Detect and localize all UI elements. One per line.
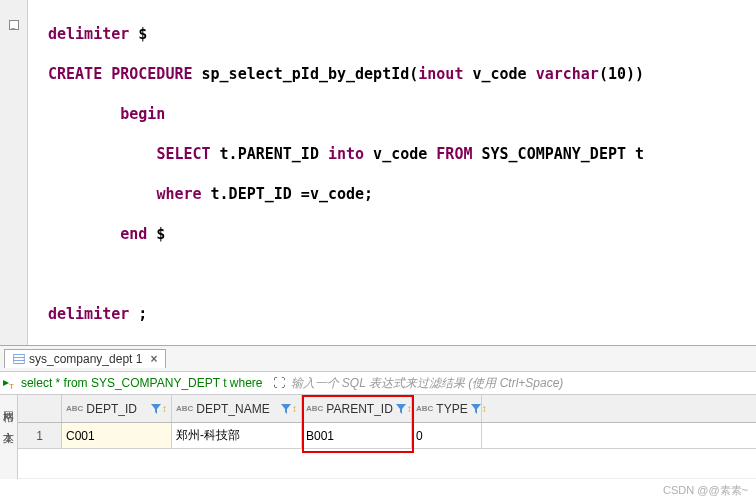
grid-header-row: ABCDEPT_ID ↕ ABCDEPT_NAME ↕ ABCPARENT_ID…: [18, 395, 756, 423]
cell-deptname[interactable]: 郑州-科技部: [172, 423, 302, 448]
expand-icon[interactable]: ⛶: [267, 376, 291, 390]
sort-icon[interactable]: ↕: [162, 403, 167, 414]
keyword: delimiter: [48, 25, 129, 43]
result-tab[interactable]: sys_company_dept 1 ×: [4, 349, 166, 368]
results-tab-bar: sys_company_dept 1 ×: [0, 345, 756, 371]
col-header-deptname[interactable]: ABCDEPT_NAME ↕: [172, 395, 302, 422]
results-grid: ABCDEPT_ID ↕ ABCDEPT_NAME ↕ ABCPARENT_ID…: [18, 395, 756, 479]
sql-indicator-icon: ▸T: [0, 375, 17, 391]
code-content[interactable]: delimiter $ CREATE PROCEDURE sp_select_p…: [28, 0, 756, 345]
filter-bar: ▸T select * from SYS_COMPANY_DEPT t wher…: [0, 371, 756, 395]
filter-icon[interactable]: [281, 404, 291, 414]
row-number[interactable]: 1: [18, 423, 62, 448]
sort-icon[interactable]: ↕: [482, 403, 487, 414]
col-header-type[interactable]: ABCTYPE ↕: [412, 395, 482, 422]
cell-type[interactable]: 0: [412, 423, 482, 448]
filter-icon[interactable]: [396, 404, 406, 414]
code-editor[interactable]: − delimiter $ CREATE PROCEDURE sp_select…: [0, 0, 756, 345]
table-row[interactable]: 1 C001 郑州-科技部 B001 0: [18, 423, 756, 449]
cell-parentid[interactable]: B001: [302, 423, 412, 448]
filter-query-text: select * from SYS_COMPANY_DEPT t where: [17, 376, 267, 390]
filter-icon[interactable]: [151, 404, 161, 414]
keyword: CREATE PROCEDURE: [48, 65, 193, 83]
close-icon[interactable]: ×: [150, 352, 157, 366]
filter-input[interactable]: 输入一个 SQL 表达式来过滤结果 (使用 Ctrl+Space): [291, 375, 756, 392]
fold-marker-icon[interactable]: −: [9, 20, 19, 30]
filter-icon[interactable]: [471, 404, 481, 414]
col-header-parentid[interactable]: ABCPARENT_ID ↕: [302, 395, 412, 422]
cell-deptid[interactable]: C001: [62, 423, 172, 448]
type-badge-abc: ABC: [66, 404, 83, 413]
tab-label: sys_company_dept 1: [29, 352, 142, 366]
editor-gutter: −: [0, 0, 28, 345]
col-header-deptid[interactable]: ABCDEPT_ID ↕: [62, 395, 172, 422]
table-icon: [13, 353, 25, 365]
grid-side-tabs: 网格 文本: [0, 395, 18, 479]
grid-corner: [18, 395, 62, 422]
svg-rect-0: [14, 355, 25, 364]
sort-icon[interactable]: ↕: [292, 403, 297, 414]
